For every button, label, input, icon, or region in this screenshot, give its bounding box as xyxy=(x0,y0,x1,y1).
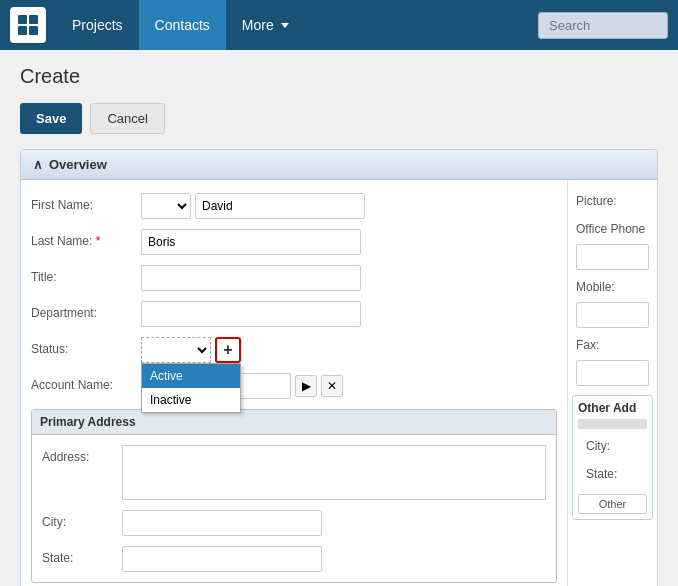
office-phone-label: Office Phone xyxy=(568,216,657,244)
page-title: Create xyxy=(20,65,658,88)
other-address-spacer xyxy=(578,419,647,429)
action-buttons: Save Cancel xyxy=(20,103,658,134)
page-content: Create Save Cancel ∧ Overview First Name… xyxy=(0,50,678,586)
status-dropdown-container: Active Inactive Active Inactive xyxy=(141,337,211,363)
status-label: Status: xyxy=(31,337,141,356)
first-name-row: First Name: Mr. Ms. Dr. xyxy=(21,188,567,224)
address-label: Address: xyxy=(42,445,122,464)
title-input[interactable] xyxy=(141,265,361,291)
nav-projects[interactable]: Projects xyxy=(56,0,139,50)
picture-label: Picture: xyxy=(568,188,657,216)
cancel-button[interactable]: Cancel xyxy=(90,103,164,134)
account-name-label: Account Name: xyxy=(31,373,141,392)
svg-rect-3 xyxy=(29,26,38,35)
state-input[interactable] xyxy=(122,546,322,572)
city-controls xyxy=(122,510,546,536)
other-address-label: Other Add xyxy=(578,401,647,415)
status-dropdown-list: Active Inactive xyxy=(141,363,241,413)
title-row: Title: xyxy=(21,260,567,296)
primary-address-section: Primary Address Address: City: xyxy=(31,409,557,583)
app-logo[interactable] xyxy=(10,7,46,43)
last-name-label: Last Name: * xyxy=(31,229,141,248)
first-name-input[interactable] xyxy=(195,193,365,219)
title-label: Title: xyxy=(31,265,141,284)
search-container xyxy=(538,12,668,39)
mobile-label: Mobile: xyxy=(568,274,657,302)
account-clear-icon[interactable]: ✕ xyxy=(321,375,343,397)
fax-label: Fax: xyxy=(568,332,657,360)
last-name-row: Last Name: * xyxy=(21,224,567,260)
navbar: Projects Contacts More xyxy=(0,0,678,50)
address-row: Address: xyxy=(32,440,556,505)
other-label: Other xyxy=(578,494,647,514)
fax-input[interactable] xyxy=(576,360,649,386)
title-controls xyxy=(141,265,557,291)
panel-right: Picture: Office Phone Mobile: Fax: Other… xyxy=(567,180,657,586)
address-textarea[interactable] xyxy=(122,445,546,500)
panel-collapse-icon[interactable]: ∧ xyxy=(33,157,43,172)
address-controls xyxy=(122,445,546,500)
department-input[interactable] xyxy=(141,301,361,327)
other-city-label: City: xyxy=(578,433,647,461)
city-input[interactable] xyxy=(122,510,322,536)
department-controls xyxy=(141,301,557,327)
account-select-icon[interactable]: ▶ xyxy=(295,375,317,397)
city-row: City: xyxy=(32,505,556,541)
svg-rect-0 xyxy=(18,15,27,24)
office-phone-input[interactable] xyxy=(576,244,649,270)
city-label: City: xyxy=(42,510,122,529)
nav-more[interactable]: More xyxy=(226,0,305,50)
state-row: State: xyxy=(32,541,556,577)
mobile-input[interactable] xyxy=(576,302,649,328)
status-row: Status: Active Inactive Active Inactive xyxy=(21,332,567,368)
state-label: State: xyxy=(42,546,122,565)
status-controls: Active Inactive Active Inactive + xyxy=(141,337,557,363)
state-controls xyxy=(122,546,546,572)
status-select[interactable]: Active Inactive xyxy=(141,337,211,363)
department-label: Department: xyxy=(31,301,141,320)
department-row: Department: xyxy=(21,296,567,332)
primary-address-body: Address: City: State: xyxy=(32,435,556,582)
primary-address-header: Primary Address xyxy=(32,410,556,435)
last-name-controls xyxy=(141,229,557,255)
svg-rect-2 xyxy=(18,26,27,35)
add-status-button[interactable]: + xyxy=(215,337,241,363)
required-indicator: * xyxy=(96,234,101,248)
panel-left: First Name: Mr. Ms. Dr. Last Na xyxy=(21,180,567,586)
panel-header: ∧ Overview xyxy=(21,150,657,180)
account-name-row: Account Name: ▶ ✕ xyxy=(21,368,567,404)
chevron-down-icon xyxy=(281,23,289,28)
first-name-label: First Name: xyxy=(31,193,141,212)
svg-rect-1 xyxy=(29,15,38,24)
overview-panel: ∧ Overview First Name: Mr. Ms. Dr. xyxy=(20,149,658,586)
status-option-active[interactable]: Active xyxy=(142,364,240,388)
other-state-label: State: xyxy=(578,461,647,489)
first-name-controls: Mr. Ms. Dr. xyxy=(141,193,557,219)
other-address-section: Other Add City: State: Other xyxy=(572,395,653,520)
first-name-prefix-select[interactable]: Mr. Ms. Dr. xyxy=(141,193,191,219)
last-name-input[interactable] xyxy=(141,229,361,255)
panel-body: First Name: Mr. Ms. Dr. Last Na xyxy=(21,180,657,586)
status-option-inactive[interactable]: Inactive xyxy=(142,388,240,412)
search-input[interactable] xyxy=(538,12,668,39)
nav-contacts[interactable]: Contacts xyxy=(139,0,226,50)
save-button[interactable]: Save xyxy=(20,103,82,134)
